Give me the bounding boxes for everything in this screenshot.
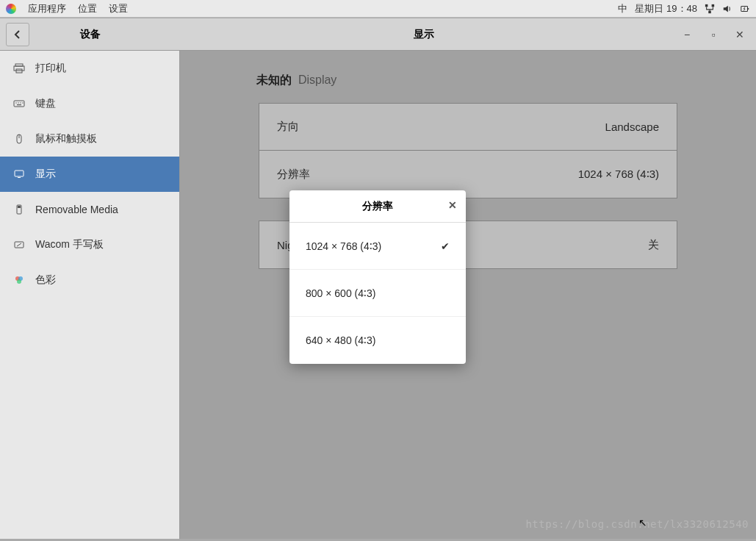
resolution-option-1[interactable]: 800 × 600 (4∶3) [289, 270, 466, 317]
svg-point-10 [18, 102, 18, 103]
sidebar-item-label: 色彩 [35, 273, 56, 287]
svg-rect-8 [14, 101, 24, 107]
svg-rect-17 [18, 177, 21, 178]
menu-applications[interactable]: 应用程序 [28, 2, 66, 15]
svg-rect-4 [748, 8, 749, 10]
window-header: 设备 显示 − ▫ ✕ [0, 18, 756, 51]
back-button[interactable] [6, 23, 29, 46]
resolution-popup: 分辨率 ✕ 1024 × 768 (4∶3) ✔ 800 × 600 (4∶3)… [289, 190, 466, 364]
header-title-display: 显示 [180, 28, 668, 41]
network-icon[interactable] [705, 4, 715, 14]
sidebar-item-label: 鼠标和触摸板 [35, 132, 97, 146]
sidebar-item-label: Wacom 手写板 [35, 238, 104, 251]
content-area: 未知的 Display 方向 Landscape 分辨率 1024 × 768 … [180, 51, 756, 539]
option-label: 640 × 480 (4∶3) [306, 334, 375, 346]
sidebar-item-label: Removable Media [35, 204, 118, 215]
row-value: 1024 × 768 (4∶3) [578, 168, 659, 181]
sidebar-item-printer[interactable]: 打印机 [0, 51, 179, 86]
row-label: 分辨率 [277, 168, 310, 182]
keyboard-icon [13, 98, 25, 110]
minimize-button[interactable]: − [681, 29, 693, 40]
sidebar-item-label: 键盘 [35, 97, 56, 110]
sidebar-item-removable[interactable]: Removable Media [0, 192, 179, 227]
svg-rect-2 [708, 10, 711, 13]
removable-media-icon [13, 204, 25, 215]
svg-rect-6 [14, 66, 24, 71]
menu-settings[interactable]: 设置 [109, 2, 128, 15]
option-label: 800 × 600 (4∶3) [306, 287, 375, 299]
activities-icon[interactable] [6, 4, 16, 14]
row-value: Landscape [605, 121, 659, 133]
svg-rect-16 [15, 171, 24, 176]
orientation-row[interactable]: 方向 Landscape [259, 104, 677, 151]
sidebar-item-label: 打印机 [35, 62, 66, 75]
display-settings-box: 方向 Landscape 分辨率 1024 × 768 (4∶3) [259, 103, 677, 198]
watermark: https://blog.csdn.net/lx3320612540 [525, 518, 749, 530]
section-title: 未知的 Display [215, 73, 721, 88]
svg-point-9 [15, 102, 16, 103]
popup-close-button[interactable]: ✕ [448, 199, 457, 211]
row-label: 方向 [277, 120, 299, 134]
sidebar-item-keyboard[interactable]: 键盘 [0, 86, 179, 121]
svg-rect-19 [18, 206, 21, 208]
svg-point-23 [17, 279, 21, 284]
row-value: 关 [648, 238, 659, 252]
printer-icon [13, 62, 25, 74]
popup-title: 分辨率 [362, 200, 393, 213]
sidebar-item-display[interactable]: 显示 [0, 157, 179, 192]
top-panel: 应用程序 位置 设置 中 星期日 19：48 [0, 0, 756, 18]
display-icon [13, 168, 25, 180]
svg-point-12 [22, 102, 23, 103]
sidebar-item-wacom[interactable]: Wacom 手写板 [0, 227, 179, 262]
resolution-option-0[interactable]: 1024 × 768 (4∶3) ✔ [289, 223, 466, 270]
clock[interactable]: 星期日 19：48 [635, 2, 697, 15]
sidebar-item-mouse[interactable]: 鼠标和触摸板 [0, 121, 179, 157]
svg-point-11 [20, 102, 21, 103]
input-method-indicator[interactable]: 中 [618, 2, 627, 15]
sidebar-item-color[interactable]: 色彩 [0, 262, 179, 298]
check-icon: ✔ [441, 240, 450, 252]
mouse-icon [13, 133, 25, 145]
popup-header: 分辨率 ✕ [289, 190, 466, 223]
svg-rect-1 [712, 4, 715, 7]
sidebar-item-label: 显示 [35, 168, 56, 181]
menu-places[interactable]: 位置 [78, 2, 97, 15]
option-label: 1024 × 768 (4∶3) [306, 240, 381, 252]
color-icon [13, 274, 25, 286]
settings-window: 设备 显示 − ▫ ✕ 打印机 键盘 鼠标和触摸板 显示 [0, 18, 756, 539]
chevron-left-icon [13, 30, 22, 39]
svg-rect-13 [17, 104, 21, 105]
sidebar: 打印机 键盘 鼠标和触摸板 显示 Removable Media Wacom 手… [0, 51, 180, 539]
battery-icon[interactable] [740, 4, 750, 14]
svg-rect-0 [705, 4, 708, 7]
volume-icon[interactable] [722, 4, 732, 14]
tablet-icon [13, 239, 25, 251]
close-button[interactable]: ✕ [734, 29, 746, 40]
maximize-button[interactable]: ▫ [708, 29, 719, 40]
resolution-option-2[interactable]: 640 × 480 (4∶3) [289, 317, 466, 364]
